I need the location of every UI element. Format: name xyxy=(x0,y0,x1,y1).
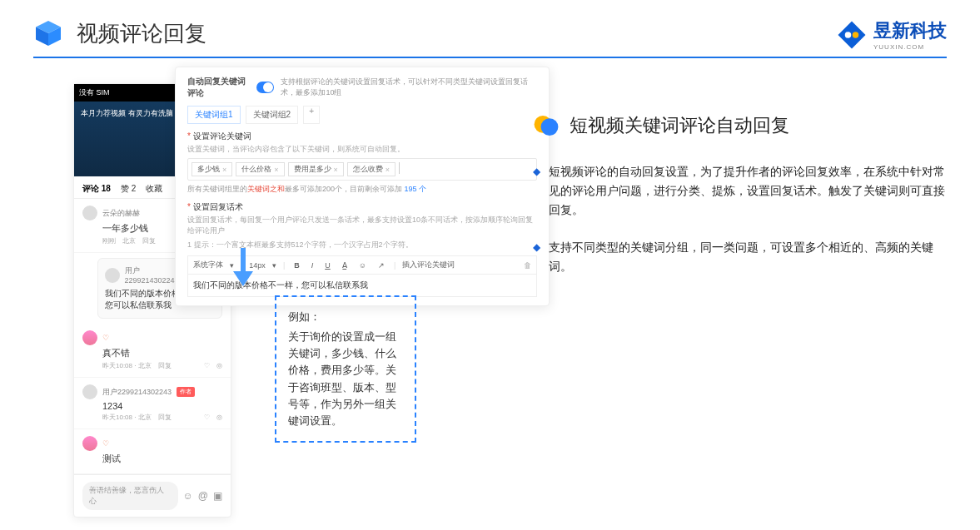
user-name: 云朵的赫赫 xyxy=(102,208,140,219)
chip-remove-icon[interactable]: × xyxy=(386,166,390,174)
logo-text: 昱新科技 xyxy=(873,18,947,43)
comment-item: 用户2299214302243作者 1234 昨天10:08 · 北京回复♡◎ xyxy=(74,378,231,429)
author-badge: 作者 xyxy=(177,387,195,397)
bold-button[interactable]: B xyxy=(291,261,302,270)
comment-icon[interactable]: ◎ xyxy=(216,414,222,421)
svg-point-4 xyxy=(845,32,852,38)
tab-favorites[interactable]: 收藏 xyxy=(146,183,162,195)
bullet-text: 短视频评论的自动回复设置，为了提升作者的评论回复效率，在系统中针对常见的评论用户… xyxy=(549,162,949,220)
section-title: 短视频关键词评论自动回复 xyxy=(570,113,789,138)
comment-input[interactable]: 善语结善缘，恶言伤人心 xyxy=(82,482,178,510)
delete-icon[interactable]: 🗑 xyxy=(524,261,531,270)
reply-link[interactable]: 回复 xyxy=(158,413,172,422)
description-panel: 短视频关键词评论自动回复 ◆ 短视频评论的自动回复设置，为了提升作者的评论回复效… xyxy=(533,112,949,295)
chip-remove-icon[interactable]: × xyxy=(334,166,338,174)
keyword-chip: 费用是多少× xyxy=(288,162,344,176)
tab-comments[interactable]: 评论 18 xyxy=(82,183,111,195)
keyword-group-tab-2[interactable]: 关键词组2 xyxy=(246,106,299,124)
callout-title: 例如： xyxy=(288,309,403,325)
avatar xyxy=(82,330,97,345)
settings-panel: 自动回复关键词评论 支持根据评论的关键词设置回复话术，可以针对不同类型关键词设置… xyxy=(175,67,550,306)
color-button[interactable]: A̲ xyxy=(340,261,350,270)
arrow-indicator xyxy=(233,248,253,290)
page-title: 视频评论回复 xyxy=(77,19,206,48)
keyword-section-label: 设置评论关键词 xyxy=(187,131,537,142)
tab-likes[interactable]: 赞 2 xyxy=(121,183,136,195)
comment-item: ♡ 测试 xyxy=(74,429,231,474)
example-callout: 例如： 关于询价的设置成一组关键词，多少钱、什么价格，费用多少等。关于咨询班型、… xyxy=(275,295,416,443)
bullet-item: ◆ 短视频评论的自动回复设置，为了提升作者的评论回复效率，在系统中针对常见的评论… xyxy=(533,162,949,220)
comment-icon[interactable]: ◎ xyxy=(216,362,222,369)
reply-help-text: 设置回复话术，每回复一个用户评论只发送一条话术，最多支持设置10条不同话术，按添… xyxy=(187,215,537,236)
insert-keyword-button[interactable]: 插入评论关键词 xyxy=(402,260,455,270)
like-icon[interactable]: ♡ xyxy=(204,362,210,369)
bullet-text: 支持不同类型的关键词分组，同一类问题，可设置多个相近的、高频的关键词。 xyxy=(549,238,949,276)
diamond-bullet-icon: ◆ xyxy=(533,238,540,276)
auto-reply-toggle[interactable] xyxy=(256,82,275,93)
chevron-down-icon[interactable]: ▾ xyxy=(272,261,276,270)
svg-marker-3 xyxy=(838,21,866,48)
callout-body: 关于询价的设置成一组关键词，多少钱、什么价格，费用多少等。关于咨询班型、版本、型… xyxy=(288,329,403,429)
chip-remove-icon[interactable]: × xyxy=(274,166,278,174)
reply-section-label: 设置回复话术 xyxy=(187,201,537,213)
comment-input-bar: 善语结善缘，恶言伤人心 ☺ @ ▣ xyxy=(74,474,231,517)
underline-button[interactable]: U xyxy=(322,261,333,270)
avatar xyxy=(82,436,97,451)
emoji-button[interactable]: ☺ xyxy=(356,261,369,270)
keyword-group-tab-1[interactable]: 关键词组1 xyxy=(187,106,241,124)
keyword-chip: 怎么收费× xyxy=(347,162,395,176)
avatar xyxy=(105,268,120,283)
font-family-select[interactable]: 系统字体 xyxy=(193,260,223,270)
toggle-label: 自动回复关键词评论 xyxy=(187,76,250,99)
header: 视频评论回复 xyxy=(0,0,980,57)
reply-link[interactable]: 回复 xyxy=(142,236,156,245)
keyword-count-note: 所有关键词组里的关键词之和最多可添加200个，目前剩余可添加 195 个 xyxy=(187,184,537,195)
keyword-chip: 什么价格× xyxy=(236,162,284,176)
avatar xyxy=(82,206,97,220)
add-group-button[interactable]: + xyxy=(303,106,320,124)
chat-bubble-icon xyxy=(533,112,560,139)
logo-diamond-icon xyxy=(837,20,867,50)
logo-subtext: YUUXIN.COM xyxy=(873,43,947,51)
toggle-description: 支持根据评论的关键词设置回复话术，可以针对不同类型关键词设置回复话术，最多添加1… xyxy=(281,77,537,98)
diamond-bullet-icon: ◆ xyxy=(533,162,540,220)
avatar xyxy=(82,384,97,399)
italic-button[interactable]: I xyxy=(309,261,316,270)
sim-status: 没有 SIM xyxy=(79,87,110,98)
bullet-item: ◆ 支持不同类型的关键词分组，同一类问题，可设置多个相近的、高频的关键词。 xyxy=(533,238,949,276)
comment-item: ♡ 真不错 昨天10:08 · 北京回复♡◎ xyxy=(74,324,231,378)
mention-icon[interactable]: @ xyxy=(198,490,208,502)
reply-link[interactable]: 回复 xyxy=(158,361,172,370)
chip-remove-icon[interactable]: × xyxy=(222,166,226,174)
svg-point-5 xyxy=(853,32,859,38)
keyword-chip: 多少钱× xyxy=(192,162,232,176)
link-button[interactable]: ↗ xyxy=(376,261,387,270)
keyword-help-text: 设置关键词，当评论内容包含了以下关键词，则系统可自动回复。 xyxy=(187,144,537,155)
emoji-icon[interactable]: ☺ xyxy=(183,490,193,502)
brand-logo: 昱新科技 YUUXIN.COM xyxy=(837,18,947,51)
keyword-chips-input[interactable]: 多少钱× 什么价格× 费用是多少× 怎么收费× xyxy=(187,158,537,181)
cube-icon xyxy=(33,18,63,48)
svg-point-7 xyxy=(541,118,559,136)
header-divider xyxy=(33,57,947,58)
like-icon[interactable]: ♡ xyxy=(204,414,210,421)
image-icon[interactable]: ▣ xyxy=(213,490,222,502)
